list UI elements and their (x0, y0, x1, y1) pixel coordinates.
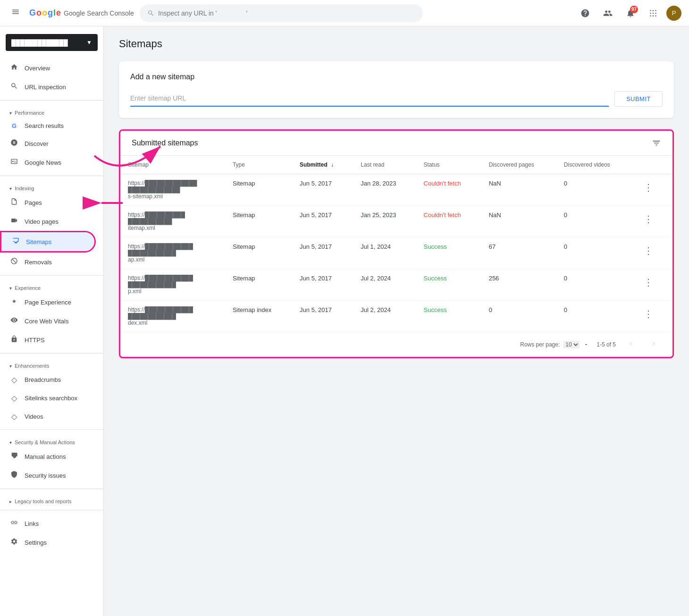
submitted-sitemaps-title: Submitted sitemaps (132, 139, 198, 147)
collapse-arrow-icon-6: ▸ (9, 499, 12, 504)
add-sitemap-card: Add a new sitemap SUBMIT (119, 61, 674, 118)
prev-page-button[interactable] (623, 338, 639, 351)
cell-discovered-videos: 0 (556, 206, 633, 237)
cell-type: Sitemap (225, 174, 292, 206)
app-logo: Google Google Search Console (29, 8, 134, 18)
url-search-input[interactable] (158, 9, 415, 17)
security-section-label: Security & Manual Actions (15, 439, 75, 445)
cell-actions[interactable]: ⋮ (632, 301, 672, 332)
row-more-button[interactable]: ⋮ (640, 275, 657, 290)
sidebar-item-google-news[interactable]: Google News (0, 153, 96, 172)
sidebar-item-overview[interactable]: Overview (0, 59, 96, 77)
sidebar-item-page-experience[interactable]: Page Experience (0, 293, 96, 312)
sidebar-item-settings[interactable]: Settings (0, 533, 96, 552)
main-content: Sitemaps Add a new sitemap SUBMIT Submit… (104, 26, 689, 616)
enhancements-section-label: Enhancements (15, 363, 49, 369)
page-info: 1-5 of 5 (597, 341, 616, 348)
cell-discovered-videos: 0 (556, 301, 633, 332)
shield-icon (9, 471, 19, 480)
indexing-section[interactable]: ▾ Indexing (0, 180, 103, 193)
dropdown-arrow-icon (583, 342, 589, 347)
sidebar-item-breadcrumbs[interactable]: ◇ Breadcrumbs (0, 371, 96, 389)
property-label: █████████████ (11, 39, 68, 46)
sidebar-item-links[interactable]: Links (0, 514, 96, 533)
hamburger-menu[interactable] (8, 4, 24, 22)
cell-last-read: Jan 28, 2023 (353, 174, 416, 206)
row-more-button[interactable]: ⋮ (640, 180, 657, 195)
sidebar-item-core-web-vitals[interactable]: Core Web Vitals (0, 312, 96, 330)
cell-actions[interactable]: ⋮ (632, 269, 672, 301)
cell-type: Sitemap (225, 237, 292, 269)
sort-arrow-icon: ↓ (331, 161, 334, 168)
cell-actions[interactable]: ⋮ (632, 237, 672, 269)
sidebar-item-sitemaps[interactable]: Sitemaps (0, 231, 96, 253)
cell-submitted: Jun 5, 2017 (292, 301, 353, 332)
legacy-section-label: Legacy tools and reports (15, 498, 71, 504)
cell-status: Success (416, 269, 481, 301)
sidebar-item-url-inspection[interactable]: URL inspection (0, 77, 96, 96)
cell-actions[interactable]: ⋮ (632, 174, 672, 206)
sidebar-item-https[interactable]: HTTPS (0, 330, 96, 349)
cell-actions[interactable]: ⋮ (632, 206, 672, 237)
submit-sitemap-button[interactable]: SUBMIT (614, 91, 663, 107)
notifications-button[interactable]: 97 (621, 4, 640, 23)
col-discovered-pages: Discovered pages (481, 156, 556, 174)
help-button[interactable] (576, 4, 595, 23)
sidebar-item-video-pages[interactable]: Video pages (0, 212, 96, 231)
breadcrumbs-icon: ◇ (9, 375, 19, 384)
cell-type: Sitemap (225, 269, 292, 301)
row-more-button[interactable]: ⋮ (640, 306, 657, 321)
cell-discovered-pages: 67 (481, 237, 556, 269)
table-row: https://█████████████████████itemap.xml … (120, 206, 672, 237)
enhancements-section[interactable]: ▾ Enhancements (0, 357, 103, 371)
sitemaps-table: Sitemap Type Submitted ↓ Last read Statu… (120, 156, 672, 332)
user-avatar[interactable]: P (666, 6, 681, 21)
sitemaps-icon (11, 237, 20, 246)
sidebar-item-search-results[interactable]: G Search results (0, 118, 96, 134)
table-row: https://████████████████████████ap.xml S… (120, 237, 672, 269)
apps-button[interactable] (644, 4, 663, 23)
sidebar-item-discover[interactable]: Discover (0, 134, 96, 153)
core-web-vitals-icon (9, 316, 19, 326)
legacy-section[interactable]: ▸ Legacy tools and reports (0, 493, 103, 506)
experience-section[interactable]: ▾ Experience (0, 279, 103, 293)
collapse-arrow-icon: ▾ (9, 110, 12, 116)
rows-per-page-label: Rows per page: (520, 341, 560, 348)
rows-per-page-select[interactable]: 10 25 50 (563, 341, 580, 348)
collapse-arrow-icon-3: ▾ (9, 286, 12, 291)
cell-url: https://████████████████████████p.xml (120, 269, 225, 301)
cell-discovered-pages: 0 (481, 301, 556, 332)
sitelinks-icon: ◇ (9, 394, 19, 403)
search-icon (9, 82, 19, 92)
col-submitted[interactable]: Submitted ↓ (292, 156, 353, 174)
col-discovered-videos: Discovered videos (556, 156, 633, 174)
performance-section[interactable]: ▾ Performance (0, 104, 103, 118)
notification-badge: 97 (630, 6, 638, 13)
cell-discovered-pages: NaN (481, 174, 556, 206)
google-g-icon: G (9, 122, 19, 129)
video-icon (9, 217, 19, 226)
sidebar-item-pages[interactable]: Pages (0, 193, 96, 212)
manage-users-button[interactable] (598, 4, 617, 23)
url-search-bar[interactable] (140, 4, 423, 22)
sidebar-item-manual-actions[interactable]: Manual actions (0, 447, 96, 466)
property-selector[interactable]: █████████████ ▼ (6, 34, 98, 51)
row-more-button[interactable]: ⋮ (640, 243, 657, 258)
sidebar-item-removals[interactable]: Removals (0, 253, 96, 271)
cell-url: https://█████████████████████itemap.xml (120, 206, 225, 237)
page-title: Sitemaps (119, 38, 674, 50)
cell-last-read: Jul 2, 2024 (353, 269, 416, 301)
col-type: Type (225, 156, 292, 174)
sitemap-url-input[interactable] (130, 91, 609, 107)
sidebar-item-sitelinks-searchbox[interactable]: ◇ Sitelinks searchbox (0, 389, 96, 407)
sidebar-item-videos[interactable]: ◇ Videos (0, 407, 96, 426)
news-icon (9, 158, 19, 167)
row-more-button[interactable]: ⋮ (640, 211, 657, 227)
sidebar-item-security-issues[interactable]: Security issues (0, 466, 96, 485)
next-page-button[interactable] (646, 338, 661, 351)
cell-submitted: Jun 5, 2017 (292, 237, 353, 269)
filter-icon[interactable] (652, 138, 661, 148)
cell-last-read: Jul 2, 2024 (353, 301, 416, 332)
security-section[interactable]: ▾ Security & Manual Actions (0, 434, 103, 447)
app-title: Google Search Console (64, 9, 134, 17)
